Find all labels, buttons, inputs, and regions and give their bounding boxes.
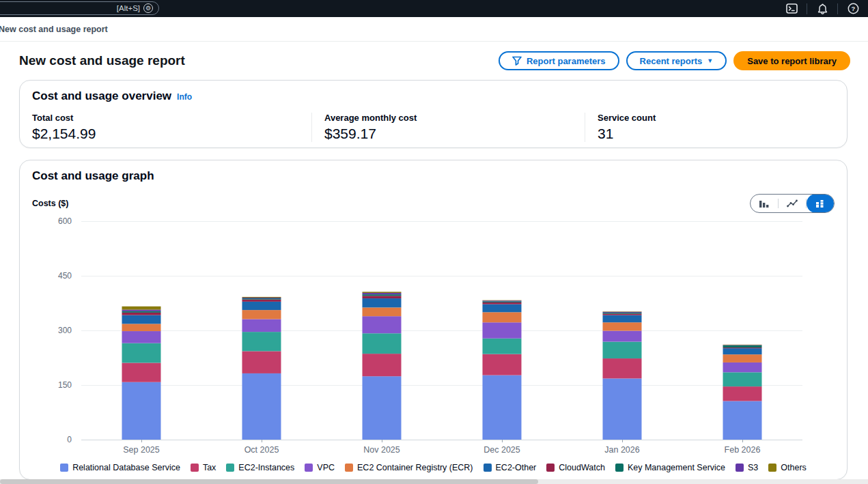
top-navigation-bar: [Alt+S] ⚙ ? xyxy=(0,0,868,17)
bar-segment[interactable] xyxy=(242,319,281,332)
bar-segment[interactable] xyxy=(483,302,522,304)
bar-segment[interactable] xyxy=(363,316,402,333)
bar-segment[interactable] xyxy=(242,310,281,319)
bar-segment[interactable] xyxy=(363,294,402,296)
cost-usage-overview-card: Cost and usage overview Info Total cost … xyxy=(19,80,848,148)
bar-segment[interactable] xyxy=(483,300,522,301)
bar-segment[interactable] xyxy=(242,351,281,373)
bar-segment[interactable] xyxy=(363,293,402,294)
bar-segment[interactable] xyxy=(122,331,161,343)
legend-swatch xyxy=(736,464,744,472)
bar-segment[interactable] xyxy=(122,311,161,313)
bar-segment[interactable] xyxy=(603,313,642,314)
legend-swatch xyxy=(305,464,313,472)
bar-segment[interactable] xyxy=(122,343,161,363)
legend-item[interactable]: EC2 Container Registry (ECR) xyxy=(345,463,473,472)
bar-segment[interactable] xyxy=(363,354,402,376)
legend-item[interactable]: Key Management Service xyxy=(615,463,725,472)
bar-segment[interactable] xyxy=(363,296,402,298)
legend-label: EC2-Instances xyxy=(238,463,294,472)
breadcrumb-item[interactable]: New cost and usage report xyxy=(0,25,108,34)
legend-item[interactable]: EC2-Other xyxy=(484,463,537,472)
bar-segment[interactable] xyxy=(603,358,642,378)
scrollbar-thumb[interactable] xyxy=(0,479,538,484)
bar-segment[interactable] xyxy=(723,345,762,347)
bar-segment[interactable] xyxy=(122,362,161,382)
legend-item[interactable]: Relational Database Service xyxy=(60,463,180,472)
svg-text:?: ? xyxy=(851,5,855,12)
bar-segment[interactable] xyxy=(483,312,522,322)
horizontal-scrollbar[interactable] xyxy=(0,479,868,484)
bar-segment[interactable] xyxy=(603,331,642,342)
overview-card-title: Cost and usage overview xyxy=(32,89,171,103)
bar-segment[interactable] xyxy=(723,386,762,401)
bar-segment[interactable] xyxy=(603,378,642,440)
bar-segment[interactable] xyxy=(242,302,281,310)
bar-segment[interactable] xyxy=(723,401,762,440)
legend-label: Key Management Service xyxy=(628,463,725,472)
legend-item[interactable]: EC2-Instances xyxy=(226,463,294,472)
stacked-bar-chart-icon[interactable] xyxy=(807,194,834,213)
bar-segment[interactable] xyxy=(723,372,762,386)
cloudshell-icon[interactable] xyxy=(785,2,798,16)
bar-segment[interactable] xyxy=(242,298,281,298)
bar-segment[interactable] xyxy=(242,298,281,300)
y-axis-tick-label: 300 xyxy=(58,326,72,335)
y-axis-tick-label: 450 xyxy=(58,271,72,281)
bar-segment[interactable] xyxy=(242,332,281,351)
bar-segment[interactable] xyxy=(603,322,642,330)
bar-segment[interactable] xyxy=(723,362,762,372)
bar-segment[interactable] xyxy=(603,311,642,312)
legend-item[interactable]: CloudWatch xyxy=(546,463,605,472)
chevron-down-icon: ▼ xyxy=(707,58,713,64)
bar-segment[interactable] xyxy=(363,333,402,354)
report-parameters-button[interactable]: Report parameters xyxy=(499,51,619,70)
bar-segment[interactable] xyxy=(603,312,642,313)
bar-segment[interactable] xyxy=(723,354,762,362)
bar-segment[interactable] xyxy=(363,307,402,316)
bar-segment[interactable] xyxy=(723,345,762,345)
bar-segment[interactable] xyxy=(603,315,642,323)
search-input[interactable]: [Alt+S] ⚙ xyxy=(0,1,159,15)
nav-icon-group: ? xyxy=(785,0,860,17)
bar-segment[interactable] xyxy=(242,373,281,440)
bar-segment[interactable] xyxy=(483,301,522,302)
bar-segment[interactable] xyxy=(122,324,161,331)
breadcrumb: New cost and usage report xyxy=(0,17,868,41)
line-chart-icon[interactable] xyxy=(779,194,806,213)
bar-segment[interactable] xyxy=(483,322,522,338)
bar-segment[interactable] xyxy=(242,300,281,302)
bar-segment[interactable] xyxy=(483,339,522,354)
bar-segment[interactable] xyxy=(483,300,522,301)
recent-reports-button[interactable]: Recent reports ▼ xyxy=(626,51,727,70)
bar-segment[interactable] xyxy=(122,307,161,310)
bar-segment[interactable] xyxy=(122,313,161,315)
notifications-bell-icon[interactable] xyxy=(815,2,829,16)
bar-segment[interactable] xyxy=(723,345,762,345)
legend-item[interactable]: Others xyxy=(768,463,807,472)
bar-segment[interactable] xyxy=(122,310,161,311)
bar-segment[interactable] xyxy=(483,354,522,375)
bar-segment[interactable] xyxy=(483,304,522,313)
legend-swatch xyxy=(484,464,492,472)
bar-segment[interactable] xyxy=(723,348,762,354)
bar-segment[interactable] xyxy=(242,297,281,298)
bar-segment[interactable] xyxy=(363,291,402,293)
bar-chart-icon[interactable] xyxy=(751,194,778,213)
legend-item[interactable]: VPC xyxy=(305,463,335,472)
bar-segment[interactable] xyxy=(483,375,522,440)
bar-segment[interactable] xyxy=(363,376,402,440)
legend-item[interactable]: Tax xyxy=(191,463,216,472)
save-to-report-library-button[interactable]: Save to report library xyxy=(733,51,850,70)
legend-label: EC2 Container Registry (ECR) xyxy=(357,463,473,472)
x-axis-tick-label: Oct 2025 xyxy=(244,445,279,455)
bar-segment[interactable] xyxy=(603,342,642,359)
bar-segment[interactable] xyxy=(122,315,161,324)
bar-segment[interactable] xyxy=(603,313,642,315)
help-icon[interactable]: ? xyxy=(846,2,860,16)
info-link[interactable]: Info xyxy=(177,92,192,102)
bar-segment[interactable] xyxy=(363,298,402,307)
bar-segment[interactable] xyxy=(723,347,762,348)
bar-segment[interactable] xyxy=(122,382,161,440)
legend-item[interactable]: S3 xyxy=(736,463,758,472)
